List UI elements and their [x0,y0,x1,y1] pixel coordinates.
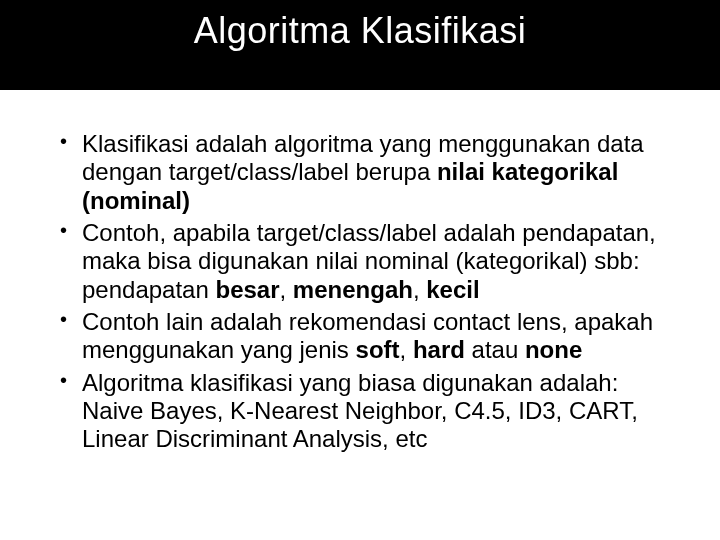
list-item: Algoritma klasifikasi yang biasa digunak… [60,369,680,454]
slide-content: Klasifikasi adalah algoritma yang menggu… [0,90,720,457]
list-item: Contoh lain adalah rekomendasi contact l… [60,308,680,365]
list-item: Contoh, apabila target/class/label adala… [60,219,680,304]
slide-title: Algoritma Klasifikasi [194,10,527,52]
list-item: Klasifikasi adalah algoritma yang menggu… [60,130,680,215]
slide: Algoritma Klasifikasi Klasifikasi adalah… [0,0,720,540]
title-bar: Algoritma Klasifikasi [0,0,720,90]
bullet-list: Klasifikasi adalah algoritma yang menggu… [60,130,680,453]
